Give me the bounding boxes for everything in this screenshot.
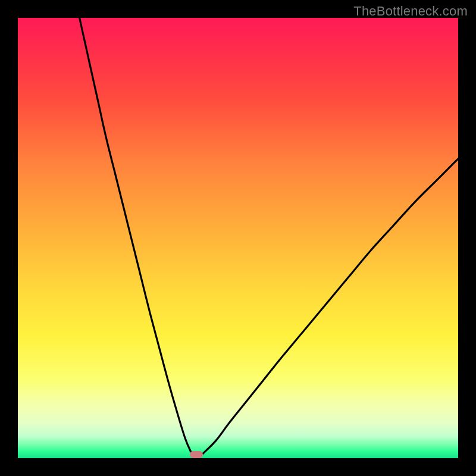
- minimum-marker: [190, 451, 203, 458]
- curve-left-branch: [80, 18, 192, 454]
- curve-right-branch: [203, 159, 458, 454]
- chart-curve-svg: [18, 18, 458, 458]
- chart-frame: [18, 18, 458, 458]
- watermark-text: TheBottleneck.com: [353, 4, 468, 19]
